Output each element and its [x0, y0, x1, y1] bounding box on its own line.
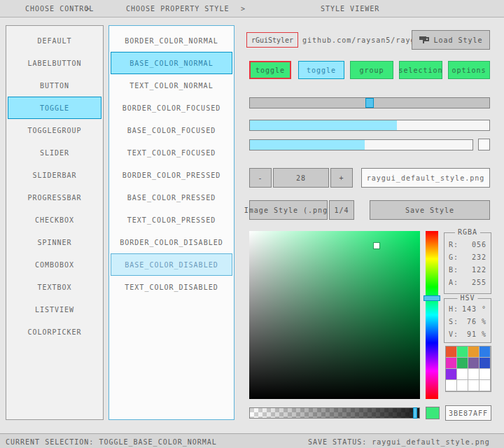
- palette-swatch[interactable]: [446, 346, 457, 358]
- control-item-toggle[interactable]: TOGGLE: [8, 97, 102, 119]
- rgba-groupbox: RGBA R:056 G:232 B:122 A:255: [444, 232, 491, 294]
- hsv-title: HSV: [457, 294, 477, 302]
- app-title-text: rGuiStyler: [251, 36, 293, 44]
- page-indicator[interactable]: 1/4: [329, 200, 354, 220]
- control-item-default[interactable]: DEFAULT: [8, 29, 102, 52]
- current-selection-status: CURRENT SELECTION: TOGGLE_BASE_COLOR_NOR…: [6, 438, 217, 446]
- palette-swatch[interactable]: [457, 358, 468, 369]
- hsv-groupbox: HSV H:143 ° S:76 % V:91 %: [444, 298, 491, 343]
- preview-toggle-active[interactable]: toggle: [249, 61, 291, 79]
- hue-handle[interactable]: [424, 295, 440, 301]
- hsv-s-value: 76 %: [467, 316, 486, 328]
- palette-swatch[interactable]: [457, 369, 468, 380]
- palette-swatch[interactable]: [446, 369, 457, 380]
- rgba-b-value: 122: [472, 264, 486, 276]
- rgba-a-label: A:: [449, 276, 458, 289]
- palette-swatch[interactable]: [468, 380, 479, 391]
- preview-progressbar: [249, 139, 473, 150]
- preview-checkbox[interactable]: [478, 139, 490, 150]
- control-item-colorpicker[interactable]: COLORPICKER: [8, 321, 102, 343]
- palette-swatch[interactable]: [479, 369, 491, 380]
- preview-slider[interactable]: [249, 97, 490, 108]
- save-status: SAVE STATUS: raygui_default_style.png: [308, 438, 490, 446]
- control-item-button[interactable]: BUTTON: [8, 74, 102, 97]
- preview-togglegroup-toggle[interactable]: toggle: [298, 61, 344, 79]
- breadcrumb-separator: >: [85, 5, 90, 13]
- palette-grid: [445, 346, 491, 392]
- rgba-a-value: 255: [472, 276, 486, 289]
- breadcrumb-choose-property-style: CHOOSE PROPERTY STYLE: [126, 5, 229, 13]
- control-item-labelbutton[interactable]: LABELBUTTON: [8, 52, 102, 74]
- spinner-plus-button[interactable]: +: [330, 168, 353, 188]
- palette-swatch[interactable]: [468, 346, 479, 358]
- palette-swatch[interactable]: [457, 346, 468, 358]
- hex-value-textbox[interactable]: 3BE87AFF: [445, 405, 491, 421]
- hue-bar[interactable]: [426, 231, 438, 399]
- palette-swatch[interactable]: [457, 380, 468, 391]
- hsv-v-label: V:: [449, 328, 458, 341]
- property-item-border-color-normal[interactable]: BORDER_COLOR_NORMAL: [111, 29, 232, 52]
- repo-link-label[interactable]: github.com/raysan5/raygui: [302, 36, 426, 44]
- property-item-base-color-normal[interactable]: BASE_COLOR_NORMAL: [111, 52, 232, 74]
- property-item-border-color-pressed[interactable]: BORDER_COLOR_PRESSED: [111, 164, 232, 186]
- app-title-label: rGuiStyler: [246, 32, 298, 48]
- spinner-value[interactable]: 28: [273, 168, 329, 188]
- control-item-spinner[interactable]: SPINNER: [8, 231, 102, 253]
- property-item-border-color-disabled[interactable]: BORDER_COLOR_DISABLED: [111, 231, 232, 253]
- control-item-progressbar[interactable]: PROGRESSBAR: [8, 186, 102, 209]
- control-item-listview[interactable]: LISTVIEW: [8, 298, 102, 321]
- control-item-textbox[interactable]: TEXTBOX: [8, 276, 102, 298]
- palette-swatch[interactable]: [479, 346, 491, 358]
- palette-swatch[interactable]: [479, 380, 491, 391]
- hsv-s-label: S:: [449, 316, 458, 328]
- image-style-button[interactable]: Image Style (.png): [249, 200, 328, 220]
- property-item-base-color-pressed[interactable]: BASE_COLOR_PRESSED: [111, 186, 232, 209]
- hsv-h-value: 143 °: [462, 303, 486, 316]
- breadcrumb: CHOOSE CONTROL > CHOOSE PROPERTY STYLE >…: [0, 0, 504, 18]
- property-item-base-color-focused[interactable]: BASE_COLOR_FOCUSED: [111, 119, 232, 141]
- breadcrumb-choose-control: CHOOSE CONTROL: [25, 5, 94, 13]
- alpha-bar[interactable]: [249, 407, 420, 419]
- rguistyler-window: CHOOSE CONTROL > CHOOSE PROPERTY STYLE >…: [0, 0, 504, 448]
- slider-handle[interactable]: [365, 98, 374, 108]
- control-item-togglegroup[interactable]: TOGGLEGROUP: [8, 119, 102, 141]
- hsv-v-value: 91 %: [467, 328, 486, 341]
- load-style-label: Load Style: [433, 36, 482, 44]
- load-style-button[interactable]: Load Style: [412, 30, 490, 50]
- preview-togglegroup-group[interactable]: group: [350, 61, 393, 79]
- preview-sliderbar[interactable]: [249, 120, 490, 131]
- properties-list-panel: BORDER_COLOR_NORMAL BASE_COLOR_NORMAL TE…: [108, 25, 234, 420]
- palette-swatch[interactable]: [468, 358, 479, 369]
- property-item-text-color-disabled[interactable]: TEXT_COLOR_DISABLED: [111, 276, 232, 298]
- control-item-combobox[interactable]: COMBOBOX: [8, 253, 102, 276]
- rgba-r-value: 056: [472, 239, 486, 251]
- property-item-text-color-focused[interactable]: TEXT_COLOR_FOCUSED: [111, 141, 232, 164]
- palette-swatch[interactable]: [446, 380, 457, 391]
- property-item-text-color-normal[interactable]: TEXT_COLOR_NORMAL: [111, 74, 232, 97]
- palette-swatch[interactable]: [479, 358, 491, 369]
- rgba-r-label: R:: [449, 239, 458, 251]
- palette-swatch[interactable]: [446, 358, 457, 369]
- sliderbar-fill: [250, 120, 397, 130]
- status-bar: CURRENT SELECTION: TOGGLE_BASE_COLOR_NOR…: [0, 433, 504, 448]
- property-item-base-color-disabled[interactable]: BASE_COLOR_DISABLED: [111, 253, 232, 276]
- progressbar-fill: [250, 140, 365, 150]
- sv-marker[interactable]: [374, 243, 379, 248]
- control-item-checkbox[interactable]: CHECKBOX: [8, 209, 102, 231]
- property-item-text-color-pressed[interactable]: TEXT_COLOR_PRESSED: [111, 209, 232, 231]
- color-picker-sv-area[interactable]: [249, 231, 420, 399]
- palette-swatch[interactable]: [468, 369, 479, 380]
- rgba-g-value: 232: [472, 251, 486, 264]
- property-item-border-color-focused[interactable]: BORDER_COLOR_FOCUSED: [111, 97, 232, 119]
- save-style-button[interactable]: Save Style: [370, 200, 490, 220]
- control-item-slider[interactable]: SLIDER: [8, 141, 102, 164]
- spinner-minus-button[interactable]: -: [249, 168, 272, 188]
- breadcrumb-separator: >: [241, 5, 246, 13]
- preview-togglegroup-options[interactable]: options: [448, 61, 490, 79]
- preview-togglegroup-selection[interactable]: selection: [399, 61, 442, 79]
- rgba-g-label: G:: [449, 251, 458, 264]
- control-item-sliderbar[interactable]: SLIDERBAR: [8, 164, 102, 186]
- controls-list-panel: DEFAULT LABELBUTTON BUTTON TOGGLE TOGGLE…: [6, 25, 104, 420]
- alpha-handle[interactable]: [413, 407, 417, 419]
- filename-textbox[interactable]: raygui_default_style.png: [361, 168, 490, 188]
